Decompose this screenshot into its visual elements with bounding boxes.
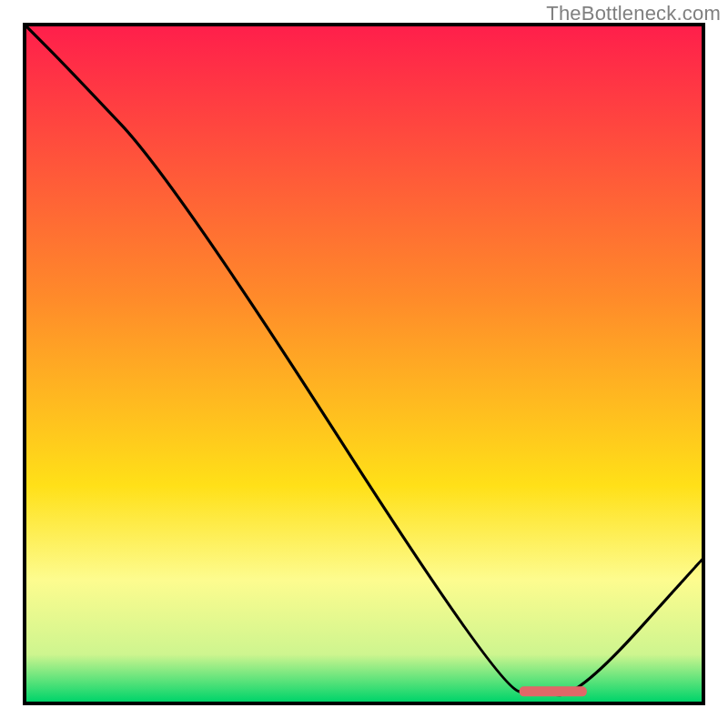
optimal-range-marker [520,686,587,696]
chart-svg [26,26,702,702]
chart-container: TheBottleneck.com [0,0,728,728]
gradient-background [26,26,702,702]
plot-area [23,23,705,705]
